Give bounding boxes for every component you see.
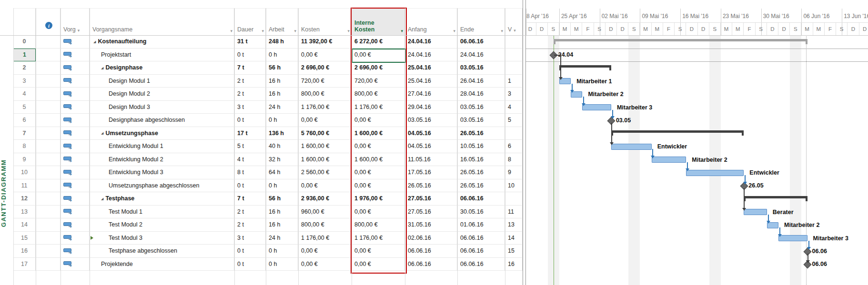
cell-duration[interactable]: 0 t — [234, 245, 266, 258]
cell-start[interactable]: 29.04.16 — [405, 101, 457, 114]
row-number[interactable]: 9 — [13, 153, 36, 167]
cell-start[interactable]: 24.04.16 — [405, 35, 457, 49]
row-number[interactable]: 10 — [13, 166, 36, 179]
row-number[interactable]: 16 — [13, 245, 36, 258]
task-bar[interactable] — [611, 144, 652, 150]
cell-work[interactable]: 0 h — [266, 258, 298, 271]
cell-work[interactable]: 0 h — [266, 114, 298, 127]
row-number[interactable]: 3 — [13, 75, 36, 88]
cell-task-name[interactable]: Projektende — [90, 258, 234, 271]
cell-cost[interactable]: 1 600,00 € — [298, 153, 352, 167]
cell-cost[interactable]: 800,00 € — [298, 88, 352, 101]
cell-task-name[interactable]: Designphase abgeschlossen — [90, 114, 234, 127]
cell-start[interactable]: 03.05.16 — [405, 114, 457, 127]
cell-duration[interactable]: 5 t — [234, 140, 266, 153]
cell-pred[interactable] — [505, 35, 523, 49]
cell-internal[interactable]: 0,00 € — [352, 258, 405, 271]
summary-bar-phase[interactable] — [611, 130, 744, 136]
cell-internal[interactable]: 0,00 € — [352, 166, 405, 179]
column-header-num[interactable] — [13, 8, 36, 35]
cell-info[interactable] — [36, 114, 61, 127]
cell-duration[interactable]: 4 t — [234, 153, 266, 167]
cell-pred[interactable]: 1 — [505, 75, 523, 88]
cell-cost[interactable]: 0,00 € — [298, 49, 352, 62]
cell-info[interactable] — [36, 101, 61, 114]
cell-duration[interactable]: 2 t — [234, 218, 266, 232]
cell-info[interactable] — [36, 61, 61, 75]
cell-mode[interactable]: ➜ — [61, 114, 90, 127]
cell-pred[interactable]: 13 — [505, 218, 523, 232]
cell-start[interactable]: 17.05.16 — [405, 166, 457, 179]
cell-cost[interactable]: 5 760,00 € — [298, 127, 352, 140]
cell-internal[interactable]: 800,00 € — [352, 218, 405, 232]
cell-start[interactable]: 26.05.16 — [405, 179, 457, 193]
cell-end[interactable]: 26.05.16 — [457, 127, 505, 140]
cell-cost[interactable]: 0,00 € — [298, 245, 352, 258]
task-bar[interactable] — [582, 104, 611, 110]
cell-internal[interactable]: 1 976,00 € — [352, 192, 405, 206]
cell-cost[interactable]: 1 176,00 € — [298, 101, 352, 114]
filter-arrow-icon[interactable]: ▾ — [514, 28, 516, 33]
cell-internal[interactable]: 0,00 € — [352, 206, 405, 219]
cell-info[interactable] — [36, 245, 61, 258]
cell-internal[interactable]: 2 696,00 € — [352, 61, 405, 75]
column-header-pred[interactable]: V▾ — [505, 8, 523, 35]
outline-collapse-icon[interactable]: ◢ — [101, 131, 103, 135]
cell-internal[interactable]: 0,00 € — [352, 114, 405, 127]
column-header-work[interactable]: Arbeit▾ — [266, 8, 298, 35]
cell-task-name[interactable]: Umsetzungsphase abgeschlossen — [90, 179, 234, 193]
cell-internal[interactable]: 1 600,00 € — [352, 153, 405, 167]
cell-work[interactable]: 248 h — [266, 35, 298, 49]
cell-cost[interactable]: 800,00 € — [298, 218, 352, 232]
cell-task-name[interactable]: Design Modul 2 — [90, 88, 234, 101]
row-number[interactable]: 8 — [13, 140, 36, 153]
column-header-duration[interactable]: Dauer▾ — [234, 8, 266, 35]
outline-collapse-icon[interactable]: ◢ — [93, 40, 96, 43]
cell-work[interactable]: 16 h — [266, 206, 298, 219]
row-number[interactable]: 12 — [13, 192, 36, 206]
cell-pred[interactable]: 9 — [505, 166, 523, 179]
pane-splitter[interactable] — [523, 0, 523, 285]
cell-work[interactable]: 24 h — [266, 101, 298, 114]
cell-duration[interactable]: 0 t — [234, 179, 266, 193]
filter-arrow-icon[interactable]: ▾ — [453, 29, 455, 33]
cell-work[interactable]: 40 h — [266, 140, 298, 153]
cell-cost[interactable]: 2 560,00 € — [298, 166, 352, 179]
cell-pred[interactable]: 3 — [505, 88, 523, 101]
cell-start[interactable]: 25.04.16 — [405, 61, 457, 75]
cell-info[interactable] — [36, 179, 61, 193]
cell-info[interactable] — [36, 49, 61, 62]
cell-start[interactable]: 25.04.16 — [405, 75, 457, 88]
cell-work[interactable]: 24 h — [266, 232, 298, 245]
cell-mode[interactable]: ➜ — [61, 49, 90, 62]
cell-task-name[interactable]: Test Modul 1 — [90, 206, 234, 219]
cell-internal[interactable]: 0,00 € — [352, 179, 405, 193]
cell-duration[interactable]: 3 t — [234, 101, 266, 114]
cell-internal[interactable]: 0,00 € — [352, 245, 405, 258]
cell-duration[interactable]: 2 t — [234, 88, 266, 101]
cell-info[interactable] — [36, 192, 61, 206]
cell-end[interactable]: 06.06.16 — [457, 35, 505, 49]
cell-task-name[interactable]: ◢Kostenaufteilung — [90, 35, 234, 49]
cell-cost[interactable]: 720,00 € — [298, 75, 352, 88]
task-bar[interactable] — [778, 235, 807, 241]
filter-arrow-icon[interactable]: ▾ — [78, 28, 80, 33]
cell-pred[interactable] — [505, 61, 523, 75]
row-number[interactable]: 13 — [13, 206, 36, 219]
cell-pred[interactable]: 5 — [505, 114, 523, 127]
cell-mode[interactable]: ➜ — [61, 127, 90, 140]
cell-end[interactable]: 28.04.16 — [457, 88, 505, 101]
cell-pred[interactable] — [505, 192, 523, 206]
cell-internal[interactable]: 1 176,00 € — [352, 101, 405, 114]
cell-task-name[interactable]: Test Modul 2 — [90, 218, 234, 232]
cell-start[interactable]: 27.05.16 — [405, 206, 457, 219]
summary-bar-phase[interactable] — [559, 65, 611, 71]
cell-end[interactable]: 26.04.16 — [457, 75, 505, 88]
row-number[interactable]: 5 — [13, 101, 36, 114]
cell-mode[interactable]: ➜ — [61, 61, 90, 75]
cell-duration[interactable]: 8 t — [234, 166, 266, 179]
cell-info[interactable] — [36, 153, 61, 167]
cell-start[interactable]: 24.04.16 — [405, 49, 457, 62]
cell-end[interactable]: 03.05.16 — [457, 101, 505, 114]
view-title-gantt-diagramm[interactable]: GANTT-DIAGRAMM — [0, 157, 12, 229]
